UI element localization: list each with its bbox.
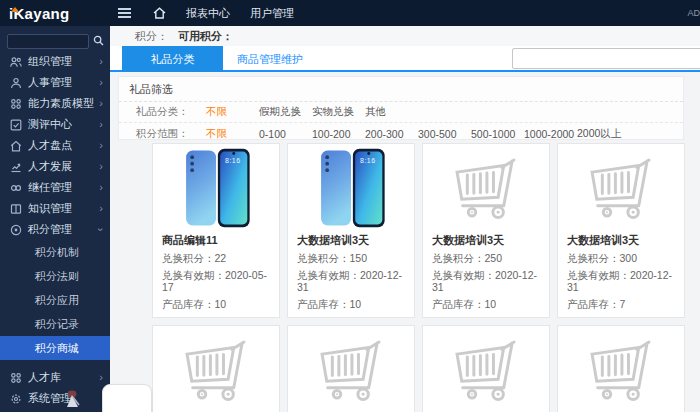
sidebar-subitem-points-records[interactable]: 积分记录 [0, 312, 110, 336]
stock-field-label: 产品库存： [432, 298, 485, 310]
tab-product-maintenance[interactable]: 商品管理维护 [237, 46, 303, 72]
topnav-report-center[interactable]: 报表中心 [186, 6, 230, 21]
sidebar-item-points-management[interactable]: 积分管理 › [0, 219, 110, 240]
topbar: iKayang 报表中心 用户管理 AD [0, 0, 700, 26]
sidebar-item-label: 能力素质模型 [28, 93, 94, 114]
competency-icon [10, 98, 22, 110]
filter-row-category: 礼品分类： 不限 假期兑换 实物兑换 其他 [119, 102, 683, 123]
points-field-label: 兑换积分： [162, 252, 215, 264]
chevron-right-icon: › [99, 135, 103, 156]
product-image: 8:16 [288, 144, 414, 232]
cart-icon [579, 152, 663, 224]
stock-field-label: 产品库存： [567, 298, 620, 310]
cart-icon [444, 334, 528, 406]
sidebar-subitem-points-mechanism[interactable]: 积分机制 [0, 240, 110, 264]
chevron-right-icon: › [99, 93, 103, 114]
gift-filter-panel: 礼品筛选 礼品分类： 不限 假期兑换 实物兑换 其他 积分范围： 不限 0-10… [118, 76, 684, 140]
sidebar-subitem-points-rules[interactable]: 积分法则 [0, 264, 110, 288]
content-search-input[interactable] [512, 48, 700, 69]
development-icon [10, 161, 22, 173]
product-card [287, 325, 415, 412]
product-title: 大数据培训3天 [297, 234, 405, 247]
sidebar-item-label: 积分管理 [28, 219, 72, 240]
topbar-user-label[interactable]: AD [687, 8, 700, 18]
points-field-label: 兑换积分： [297, 252, 350, 264]
stock-field-label: 产品库存： [297, 298, 350, 310]
sidebar-item-label: 人才库 [28, 367, 61, 388]
product-card [422, 325, 550, 412]
filter-option[interactable]: 假期兑换 [259, 105, 312, 119]
person-icon [10, 77, 22, 89]
talent-pool-icon [10, 372, 22, 384]
filter-option[interactable]: 1000-2000 [524, 128, 577, 140]
filter-option[interactable]: 200-300 [365, 128, 418, 140]
chevron-right-icon: › [99, 72, 103, 93]
sidebar-item-label: 人事管理 [28, 72, 72, 93]
sidebar: 组织管理 › 人事管理 › 能力素质模型 › 测评中心 › 人才盘点 › 人才发… [0, 26, 110, 412]
product-image [558, 326, 684, 412]
product-stock-row: 产品库存：10 [432, 298, 540, 310]
chevron-right-icon: › [99, 198, 103, 219]
knowledge-icon [10, 203, 22, 215]
filter-option[interactable]: 实物兑换 [312, 105, 365, 119]
sidebar-subitem-points-application[interactable]: 积分应用 [0, 288, 110, 312]
chevron-right-icon: › [99, 177, 103, 198]
tab-gift-category[interactable]: 礼品分类 [122, 46, 223, 72]
sidebar-item-talent-development[interactable]: 人才发展 › [0, 156, 110, 177]
tab-bar: 礼品分类 商品管理维护 [110, 46, 700, 72]
assessment-icon [10, 119, 22, 131]
sidebar-item-organization[interactable]: 组织管理 › [0, 51, 110, 72]
org-icon [10, 56, 22, 68]
filter-option[interactable]: 不限 [206, 127, 259, 141]
filter-option[interactable]: 0-100 [259, 128, 312, 140]
logo-accent-mark [11, 7, 19, 12]
product-points-row: 兑换积分：250 [432, 252, 540, 264]
filter-option[interactable]: 其他 [365, 105, 418, 119]
product-image [423, 144, 549, 232]
filter-title: 礼品筛选 [119, 77, 683, 102]
product-validity-row: 兑换有效期：2020-12-31 [432, 269, 540, 293]
product-card [557, 325, 685, 412]
product-grid: 8:16 商品编辑11 兑换积分：22 兑换有效期：2020-05-17 产品库… [152, 143, 692, 412]
sidebar-item-assessment-center[interactable]: 测评中心 › [0, 114, 110, 135]
sidebar-item-talent-inventory[interactable]: 人才盘点 › [0, 135, 110, 156]
inventory-icon [10, 140, 22, 152]
points-field-label: 兑换积分： [567, 252, 620, 264]
product-points-row: 兑换积分：150 [297, 252, 405, 264]
sidebar-item-succession[interactable]: 继任管理 › [0, 177, 110, 198]
home-icon[interactable] [153, 7, 166, 19]
settings-gear-icon [10, 393, 22, 405]
cart-icon [444, 152, 528, 224]
app-logo: iKayang [0, 5, 104, 22]
floating-widget[interactable] [102, 384, 152, 412]
available-points-label: 可用积分： [178, 30, 233, 42]
search-icon[interactable] [93, 32, 104, 50]
phone-image [172, 145, 260, 231]
mascot-figure [60, 388, 84, 412]
sidebar-item-talent-pool[interactable]: 人才库 › [0, 367, 110, 388]
stock-value: 10 [485, 298, 497, 310]
stock-value: 10 [350, 298, 362, 310]
product-image [423, 326, 549, 412]
product-stock-row: 产品库存：10 [297, 298, 405, 310]
sidebar-search-input[interactable] [7, 34, 89, 49]
validity-field-label: 兑换有效期： [162, 269, 225, 281]
main-content: 积分：可用积分： 礼品分类 商品管理维护 礼品筛选 礼品分类： 不限 假期兑换 … [110, 26, 700, 412]
filter-option[interactable]: 300-500 [418, 128, 471, 140]
sidebar-item-knowledge[interactable]: 知识管理 › [0, 198, 110, 219]
sidebar-item-personnel[interactable]: 人事管理 › [0, 72, 110, 93]
product-image [153, 326, 279, 412]
sidebar-item-system-management[interactable]: 系统管理 [0, 388, 110, 409]
product-stock-row: 产品库存：7 [567, 298, 675, 310]
filter-option[interactable]: 500-1000 [471, 128, 524, 140]
filter-option[interactable]: 不限 [206, 105, 259, 119]
topnav-user-management[interactable]: 用户管理 [250, 6, 294, 21]
cart-icon [579, 334, 663, 406]
sidebar-search [7, 31, 102, 49]
filter-option[interactable]: 100-200 [312, 128, 365, 140]
sidebar-item-competency-model[interactable]: 能力素质模型 › [0, 93, 110, 114]
hamburger-menu-icon[interactable] [118, 12, 131, 14]
sidebar-subitem-points-mall[interactable]: 积分商城 [0, 336, 110, 360]
filter-option[interactable]: 2000以上 [577, 127, 630, 141]
product-card: 大数据培训3天 兑换积分：300 兑换有效期：2020-12-31 产品库存：7… [557, 143, 685, 318]
